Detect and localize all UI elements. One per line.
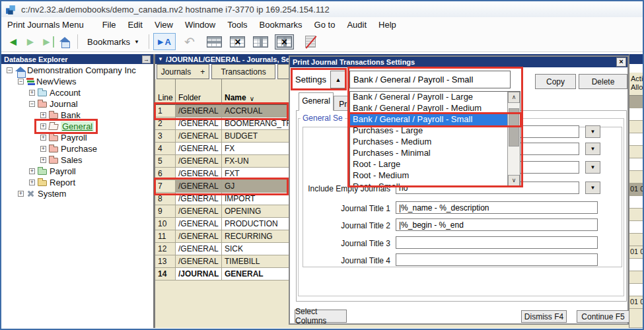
menu-bookmarks[interactable]: Bookmarks xyxy=(254,18,308,31)
bookmarks-dropdown-button[interactable]: Bookmarks ▼ xyxy=(82,35,145,49)
table-row[interactable] xyxy=(629,196,643,209)
insert-column-button[interactable] xyxy=(252,33,269,50)
dropdown-option[interactable]: Purchases - Large xyxy=(350,125,508,137)
tree-item-payroll-journal[interactable]: +Payroll xyxy=(40,132,87,143)
menu-window[interactable]: Window xyxy=(179,18,221,31)
dropdown-scrollbar[interactable]: ∧ ∨ xyxy=(507,92,520,186)
tab-add-icon[interactable]: + xyxy=(200,67,205,77)
settings-combo-open-button[interactable]: ▲ xyxy=(330,71,346,88)
table-row[interactable] xyxy=(629,309,643,328)
dismiss-button[interactable]: Dismiss F4 xyxy=(521,310,567,323)
undo-button[interactable]: ↶ xyxy=(181,33,198,50)
field-dropdown-button[interactable]: ▼ xyxy=(585,143,600,155)
settings-combo-value[interactable]: Bank / General / Payroll - Small xyxy=(349,71,511,88)
scrollbar-thumb[interactable] xyxy=(509,108,519,147)
table-row[interactable] xyxy=(629,108,643,121)
delete-row-button[interactable] xyxy=(229,33,246,50)
table-row[interactable] xyxy=(629,96,643,108)
dropdown-option[interactable]: Purchases - Medium xyxy=(350,137,508,148)
menu-view[interactable]: View xyxy=(149,18,179,31)
menu-tools[interactable]: Tools xyxy=(221,18,253,31)
close-icon[interactable]: × xyxy=(616,57,626,67)
forward-end-button[interactable]: ► xyxy=(39,33,56,50)
expand-toggle[interactable]: + xyxy=(40,135,46,141)
tree-item-account[interactable]: +Account xyxy=(29,87,81,98)
journal-title-3-field[interactable] xyxy=(396,236,598,249)
table-row[interactable] xyxy=(629,146,643,158)
menu-goto[interactable]: Go to xyxy=(308,18,341,31)
column-header-folder[interactable]: Folder xyxy=(176,79,222,105)
expand-toggle[interactable]: + xyxy=(40,123,46,129)
tree-item-system[interactable]: +System xyxy=(18,188,66,199)
insert-row-button[interactable] xyxy=(206,33,223,50)
delete-column-button[interactable] xyxy=(275,34,294,50)
tab-journals[interactable]: Journals + xyxy=(157,64,209,79)
field-dropdown-button[interactable]: ▼ xyxy=(585,125,600,138)
expand-toggle[interactable]: + xyxy=(40,146,46,152)
tree-item-sales[interactable]: +Sales xyxy=(40,154,83,166)
menu-audit[interactable]: Audit xyxy=(341,18,373,31)
table-row[interactable]: 01 0 xyxy=(629,183,643,196)
expand-toggle[interactable]: + xyxy=(40,112,46,118)
journal-title-2-field[interactable]: |%_begin - %_end xyxy=(396,218,598,231)
expand-toggle[interactable]: + xyxy=(18,191,24,197)
dropdown-option[interactable]: Bank / General / Payroll - Large xyxy=(350,92,508,103)
select-columns-button[interactable]: Select Columns xyxy=(295,310,347,323)
tab-general[interactable]: General xyxy=(299,92,334,111)
field-dropdown-button[interactable]: ▼ xyxy=(585,161,600,174)
dropdown-option[interactable]: Root - Large xyxy=(350,159,508,170)
table-row[interactable] xyxy=(629,271,643,284)
back-button[interactable]: ◄ xyxy=(5,33,22,50)
run-report-button[interactable]: ▶ A xyxy=(153,33,176,50)
menu-help[interactable]: Help xyxy=(373,18,402,31)
menu-edit[interactable]: Edit xyxy=(122,18,149,31)
table-row[interactable] xyxy=(629,209,643,221)
tree-item-company[interactable]: −Demonstration Company Inc xyxy=(7,65,136,76)
expand-toggle[interactable]: + xyxy=(29,90,35,96)
tree-item-payroll[interactable]: +Payroll xyxy=(29,166,76,177)
field-dropdown-button[interactable]: ▼ xyxy=(585,182,600,194)
expand-toggle[interactable]: − xyxy=(29,101,35,107)
continue-button[interactable]: Continue F5 xyxy=(577,310,629,323)
strike-entry-button[interactable] xyxy=(302,33,319,50)
menu-print-journals[interactable]: Print Journals Menu xyxy=(1,18,90,31)
table-row[interactable]: 01 0 xyxy=(629,246,643,259)
detach-arrow-button[interactable]: → xyxy=(142,55,151,63)
table-row[interactable] xyxy=(629,121,643,133)
journal-title-4-field[interactable] xyxy=(396,253,598,266)
dropdown-option[interactable]: Bank / General / Payroll - Medium xyxy=(350,103,508,114)
table-row[interactable] xyxy=(629,221,643,234)
table-row[interactable]: 01 0 xyxy=(629,296,643,309)
tree-item-newviews[interactable]: −NewViews xyxy=(18,76,76,87)
tree-item-journal[interactable]: −Journal xyxy=(29,98,78,110)
scroll-down-button[interactable]: ∨ xyxy=(508,175,520,186)
table-row[interactable] xyxy=(629,158,643,171)
table-row[interactable] xyxy=(629,171,643,183)
expand-toggle[interactable]: + xyxy=(40,157,46,163)
delete-button[interactable]: Delete xyxy=(579,74,627,89)
expand-toggle[interactable]: − xyxy=(7,67,13,73)
copy-button[interactable]: Copy xyxy=(535,74,576,89)
scroll-up-button[interactable]: ∧ xyxy=(508,92,520,103)
forward-button[interactable]: ► xyxy=(22,33,39,50)
chevron-down-icon[interactable]: ▼ xyxy=(158,56,163,62)
tree-item-report[interactable]: +Report xyxy=(29,177,75,188)
tree-item-purchase[interactable]: +Purchase xyxy=(40,143,97,154)
table-row[interactable] xyxy=(629,259,643,271)
dropdown-option[interactable]: Root - Medium xyxy=(350,170,508,182)
dropdown-option[interactable]: Root - Small xyxy=(350,182,508,187)
table-row[interactable] xyxy=(629,284,643,296)
home-button[interactable] xyxy=(56,33,73,50)
table-row[interactable] xyxy=(629,133,643,146)
dropdown-option[interactable]: Purchases - Minimal xyxy=(350,148,508,159)
journal-title-1-field[interactable]: |%_name - %_description xyxy=(396,201,598,214)
dropdown-option-selected[interactable]: Bank / General / Payroll - Small xyxy=(350,114,508,125)
table-row[interactable] xyxy=(629,234,643,246)
tab-transactions[interactable]: Transactions xyxy=(211,64,275,79)
tree-item-bank[interactable]: +Bank xyxy=(40,110,81,121)
expand-toggle[interactable]: + xyxy=(29,168,35,174)
expand-toggle[interactable]: + xyxy=(29,180,35,185)
tree-item-general[interactable]: +General xyxy=(40,121,94,132)
column-header-line[interactable]: Line xyxy=(155,79,176,105)
expand-toggle[interactable]: − xyxy=(18,79,24,84)
